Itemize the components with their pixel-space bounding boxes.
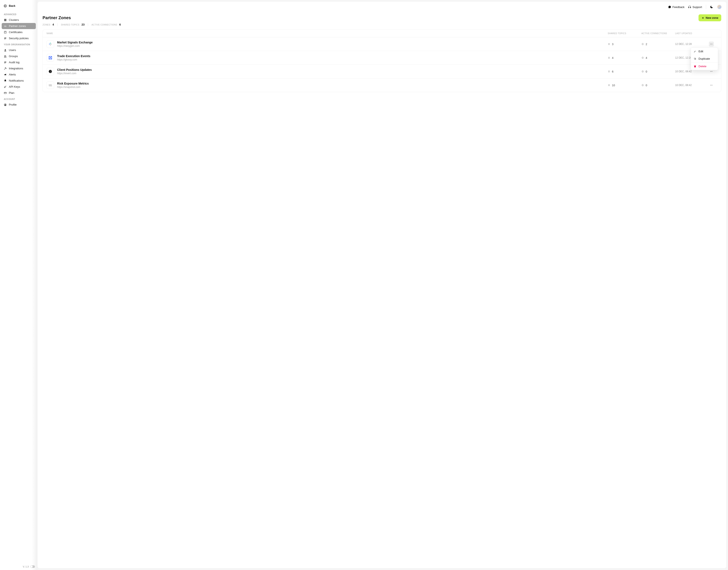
sidebar-item-alerts[interactable]: Alerts xyxy=(2,71,36,77)
svg-point-38 xyxy=(710,85,711,85)
avatar[interactable] xyxy=(717,5,722,9)
support-link[interactable]: Support xyxy=(688,5,702,9)
sidebar-item-profile[interactable]: Profile xyxy=(2,101,36,108)
divider xyxy=(88,23,88,26)
row-dropdown: EditDuplicateDelete xyxy=(691,47,718,70)
zone-icon xyxy=(47,68,54,75)
svg-point-16 xyxy=(710,44,711,44)
updated-value: 10 DEC, 08:42 xyxy=(675,84,709,87)
shared-count: 10 xyxy=(612,84,615,87)
svg-point-18 xyxy=(712,44,712,44)
svg-rect-19 xyxy=(695,58,696,60)
section-label: ADVANCED xyxy=(2,11,36,17)
svg-point-40 xyxy=(712,85,712,85)
sidebar-item-plan[interactable]: Plan xyxy=(2,90,36,96)
bell-icon xyxy=(4,79,7,82)
globe-icon xyxy=(641,56,644,59)
table-row[interactable]: Client Positions Updateshttps://invert.c… xyxy=(43,64,721,78)
dropdown-delete-label: Delete xyxy=(699,65,707,68)
profile-icon xyxy=(4,103,7,106)
table-row[interactable]: Market Signals Exchangehttps://nexygen.c… xyxy=(43,37,721,51)
sidebar-item-certificates[interactable]: Certificates xyxy=(2,29,36,35)
users-icon xyxy=(4,55,7,58)
svg-point-6 xyxy=(5,55,6,56)
footer-toggle[interactable] xyxy=(30,565,35,568)
topbar: Feedback Support xyxy=(37,2,726,12)
sidebar-item-clusters[interactable]: Clusters xyxy=(2,17,36,23)
svg-rect-30 xyxy=(608,72,610,72)
server-icon xyxy=(4,19,7,21)
back-link[interactable]: Back xyxy=(2,3,36,9)
row-menu-button[interactable] xyxy=(709,83,714,88)
dropdown-duplicate[interactable]: Duplicate xyxy=(691,55,718,62)
feedback-link[interactable]: Feedback xyxy=(668,5,684,9)
active-count: 0 xyxy=(646,70,647,73)
sidebar-item-label: Certificates xyxy=(9,31,23,34)
zone-url: https://nexygen.com xyxy=(57,44,93,47)
zone-icon xyxy=(47,54,54,61)
zone-name: Client Positions Updates xyxy=(57,68,92,71)
sidebar-item-label: API Keys xyxy=(9,85,20,88)
sidebar-item-audit-log[interactable]: Audit log xyxy=(2,59,36,65)
user-icon xyxy=(4,49,7,52)
key-icon xyxy=(4,85,7,88)
sidebar-item-users[interactable]: Users xyxy=(2,47,36,53)
zone-url: https://invert.com xyxy=(57,72,92,75)
sidebar-item-notifications[interactable]: Notifications xyxy=(2,77,36,84)
svg-point-7 xyxy=(4,87,5,88)
stat-shared-value: 23 xyxy=(81,23,84,26)
sidebar-item-label: Plan xyxy=(9,91,14,94)
stat-zones-label: ZONES xyxy=(43,24,50,26)
svg-rect-29 xyxy=(608,71,610,71)
sidebar-item-groups[interactable]: Groups xyxy=(2,53,36,59)
lines-icon xyxy=(4,61,7,64)
svg-point-10 xyxy=(5,104,6,105)
plus-icon xyxy=(701,16,704,19)
zone-name: Trade Execution Events xyxy=(57,54,90,58)
table-row[interactable]: Trade Execution Eventshttps://glossy.com… xyxy=(43,51,721,64)
sidebar-item-label: Notifications xyxy=(9,79,24,82)
main-panel: Feedback Support Partner Zones New zone … xyxy=(37,2,726,568)
dropdown-duplicate-label: Duplicate xyxy=(699,57,710,60)
sidebar-item-security-policies[interactable]: Security policies xyxy=(2,35,36,41)
sidebar-item-label: Integrations xyxy=(9,67,23,70)
headphones-icon xyxy=(688,5,691,8)
dropdown-delete[interactable]: Delete xyxy=(691,62,718,70)
svg-point-34 xyxy=(712,71,712,72)
svg-rect-1 xyxy=(4,19,7,20)
sidebar-item-label: Security policies xyxy=(9,37,29,40)
svg-rect-14 xyxy=(608,44,610,45)
moon-icon[interactable] xyxy=(710,5,713,9)
sidebar-item-api-keys[interactable]: API Keys xyxy=(2,84,36,90)
svg-rect-8 xyxy=(4,92,7,93)
support-label: Support xyxy=(692,5,702,9)
dropdown-edit-label: Edit xyxy=(699,50,703,53)
lines-icon xyxy=(4,37,7,40)
row-menu-button[interactable] xyxy=(709,41,714,47)
svg-rect-35 xyxy=(608,84,610,85)
zone-name: Risk Exposure Metrics xyxy=(57,82,89,85)
back-icon xyxy=(4,4,7,7)
svg-point-33 xyxy=(711,71,712,72)
version-label: V. 1.3 xyxy=(23,565,29,568)
table-row[interactable]: Risk Exposure Metricshttps://snapshot.co… xyxy=(43,78,721,92)
shared-count: 3 xyxy=(612,43,613,46)
page-title: Partner Zones xyxy=(43,15,71,20)
globe-icon xyxy=(641,84,644,86)
zone-url: https://glossy.com xyxy=(57,58,90,61)
new-zone-button[interactable]: New zone xyxy=(699,14,721,21)
stack-icon xyxy=(608,84,610,86)
stats-row: ZONES 4 SHARED TOPICS 23 ACTIVE CONNECTI… xyxy=(43,23,721,26)
sidebar-item-partner-zones[interactable]: Partner zones xyxy=(2,23,36,29)
stat-shared-label: SHARED TOPICS xyxy=(61,24,79,26)
zone-url: https://snapshot.com xyxy=(57,85,89,88)
dropdown-edit[interactable]: Edit xyxy=(691,48,718,55)
copy-icon xyxy=(693,57,696,60)
certificate-icon xyxy=(4,31,7,34)
chat-icon xyxy=(668,5,671,8)
updated-value: 12 DEC, 12:28 xyxy=(675,43,709,45)
sidebar-item-integrations[interactable]: Integrations xyxy=(2,65,36,71)
svg-point-32 xyxy=(710,71,711,72)
stat-active-value: 6 xyxy=(119,23,121,26)
sidebar-item-label: Alerts xyxy=(9,73,16,76)
